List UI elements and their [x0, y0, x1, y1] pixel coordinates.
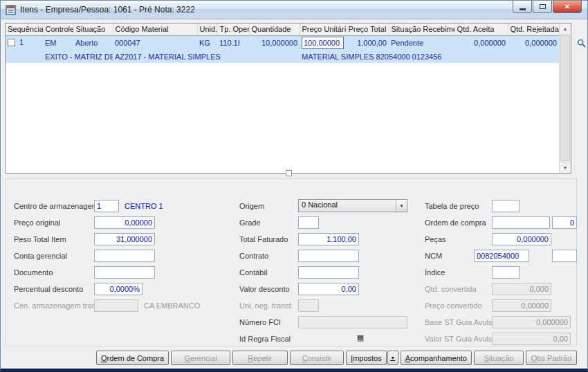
grid-header-preco-unitario[interactable]: Preço Unitário	[300, 24, 346, 35]
grid-header-quantidade[interactable]: Quantidade	[249, 24, 300, 35]
situacao-label: Situação	[484, 354, 514, 362]
label-valor-desconto: Valor desconto	[239, 283, 290, 295]
id-regra-fiscal-lookup-icon[interactable]: ▦	[356, 333, 365, 343]
grid-row-selected: 1 EM Aberto 000047 KG 110.1I 10,000000 1…	[6, 35, 559, 50]
cell-detail-empty2[interactable]	[454, 50, 508, 63]
acompanhamento-button[interactable]: Acompanhamento	[401, 351, 472, 365]
cell-sequencia[interactable]: 1	[6, 35, 43, 50]
cell-detail-empty[interactable]	[6, 50, 43, 63]
cell-detail-empty3[interactable]	[508, 50, 559, 63]
label-contabil: Contábil	[239, 266, 267, 279]
cell-qtd-aceita[interactable]: 0,000000	[454, 35, 508, 50]
maximize-button[interactable]	[533, 1, 552, 13]
grid-header-unid[interactable]: Unid.	[197, 24, 217, 35]
grid-vertical-scrollbar[interactable]: ▲ ▼	[559, 24, 571, 173]
locate-search-icon[interactable]	[577, 39, 586, 48]
cell-preco-unitario[interactable]: 100,00000	[300, 35, 346, 50]
centro-armazenagem-input[interactable]	[94, 200, 119, 212]
cell-situacao[interactable]: Aberto	[73, 35, 113, 50]
preco-original-input[interactable]	[94, 216, 155, 229]
minimize-button[interactable]	[513, 1, 532, 13]
cell-codigo-material[interactable]: 000047	[113, 35, 197, 50]
label-base-st-guia-avulsa: Base ST Guia Avulsa	[425, 316, 497, 328]
documento-input[interactable]	[94, 266, 155, 279]
repetir-button[interactable]: Repetir	[232, 351, 288, 365]
conta-gerencial-input[interactable]	[94, 250, 155, 262]
grade-input[interactable]	[298, 216, 319, 229]
ncm-extra-input[interactable]	[552, 250, 577, 262]
indice-input[interactable]	[492, 266, 520, 279]
grid-resize-handle[interactable]	[286, 170, 292, 176]
window-icon	[6, 5, 16, 15]
ordem-compra-input[interactable]	[492, 216, 550, 229]
grid-header-situacao[interactable]: Situação	[73, 24, 113, 35]
obs-padrao-button[interactable]: Obs Padrão	[526, 351, 577, 365]
cell-quantidade[interactable]: 10,000000	[249, 35, 300, 50]
impostos-dropdown-button[interactable]: ▼	[387, 351, 398, 365]
label-total-faturado: Total Faturado	[239, 233, 288, 245]
situacao-button[interactable]: Situação	[474, 351, 524, 365]
label-conta-gerencial: Conta gerencial	[14, 250, 67, 262]
tabela-preco-input[interactable]	[492, 200, 520, 212]
label-valor-st-guia-avulsa: Valor ST Guia Avulsa	[425, 333, 496, 345]
close-icon: ✕	[564, 3, 570, 10]
close-button[interactable]: ✕	[553, 1, 582, 13]
grid-header-controle[interactable]: Controle	[43, 24, 73, 35]
impostos-button[interactable]: Impostos	[346, 351, 387, 365]
ordem-compra-item-input[interactable]	[552, 216, 577, 229]
valor-desconto-input[interactable]	[298, 283, 359, 295]
gerencial-button[interactable]: Gerencial	[171, 351, 230, 365]
label-peso-total-item: Peso Total Item	[14, 233, 66, 245]
grid-header-sequencia[interactable]: Sequência	[6, 24, 43, 35]
total-faturado-input[interactable]	[298, 233, 359, 245]
contrato-input[interactable]	[298, 250, 359, 262]
cell-unid[interactable]: KG	[197, 35, 217, 50]
contabil-input[interactable]	[298, 266, 359, 279]
peso-total-item-input[interactable]	[94, 233, 155, 245]
label-qtd-convertida: Qtd. convertida	[425, 283, 477, 295]
label-tabela-preco: Tabela de preço	[425, 200, 479, 212]
percentual-desconto-input[interactable]	[94, 283, 143, 295]
preco-convertido-input	[492, 299, 551, 312]
grid-header-qtd-aceita[interactable]: Qtd. Aceita	[454, 24, 508, 35]
base-st-guia-avulsa-input	[492, 316, 571, 328]
label-ordem-compra: Ordem de compra	[425, 216, 486, 229]
ncm-input[interactable]	[474, 250, 529, 262]
cell-preco-total-item[interactable]: 1.000,00	[346, 35, 389, 50]
impostos-split-button: Impostos ▼	[346, 351, 398, 365]
grid-header-situacao-recebimento[interactable]: Situação Recebimen.	[389, 24, 454, 35]
label-cen-armazenagem-transf: Cen. armazenagem transf	[14, 299, 102, 312]
impostos-label: Impostos	[351, 354, 382, 362]
label-numero-fci: Número FCI	[239, 316, 281, 328]
scrollbar-thumb[interactable]	[560, 35, 570, 161]
consistir-button[interactable]: Consistir	[290, 351, 344, 365]
cell-tp-oper[interactable]: 110.1I	[217, 35, 249, 50]
cell-situacao-recebimento[interactable]: Pendente	[389, 35, 454, 50]
label-indice: Índice	[425, 266, 445, 279]
grid-header-tp-oper[interactable]: Tp. Oper.	[217, 24, 249, 35]
grid-header-qtd-rejeitada[interactable]: Qtd. Rejeitada	[508, 24, 559, 35]
grid-header-codigo-material[interactable]: Código Material	[113, 24, 197, 35]
origem-select[interactable]: 0 Nacional ▼	[298, 199, 407, 212]
uni-neg-transf-input	[298, 299, 319, 312]
scroll-up-icon[interactable]: ▲	[560, 24, 571, 35]
cell-qtd-rejeitada[interactable]: 0,000000	[508, 35, 559, 50]
chevron-down-icon[interactable]: ▼	[396, 200, 407, 212]
cell-material-desc[interactable]: AZ2017 - MATERIAL SIMPLES	[113, 50, 300, 63]
cell-controle-desc[interactable]: EXITO - MATRIZ DE CON	[43, 50, 113, 63]
cen-armazenagem-transf-note: CA EMBRANCO	[144, 299, 200, 312]
titlebar[interactable]: Itens - Empresa/Pessoa: 1061 - Pré Nota:…	[1, 1, 587, 19]
grid-header-preco-total-item[interactable]: Preço Total Item	[346, 24, 389, 35]
ordem-de-compra-button[interactable]: Ordem de Compra	[96, 351, 169, 365]
label-documento: Documento	[14, 266, 53, 279]
row-checkbox[interactable]	[8, 39, 15, 46]
label-centro-armazenagem: Centro de armazenagem	[14, 200, 98, 212]
preco-unitario-edit-cell[interactable]: 100,00000	[302, 37, 344, 49]
pecas-input[interactable]	[492, 233, 551, 245]
scroll-down-icon[interactable]: ▼	[560, 162, 571, 173]
cell-controle[interactable]: EM	[43, 35, 73, 50]
grid-header-row: Sequência Controle Situação Código Mater…	[6, 24, 559, 35]
cell-item-desc[interactable]: MATERIAL SIMPLES 82054000 0123456	[300, 50, 454, 63]
consistir-label: Consistir	[302, 354, 332, 362]
qtd-convertida-input	[492, 283, 551, 295]
